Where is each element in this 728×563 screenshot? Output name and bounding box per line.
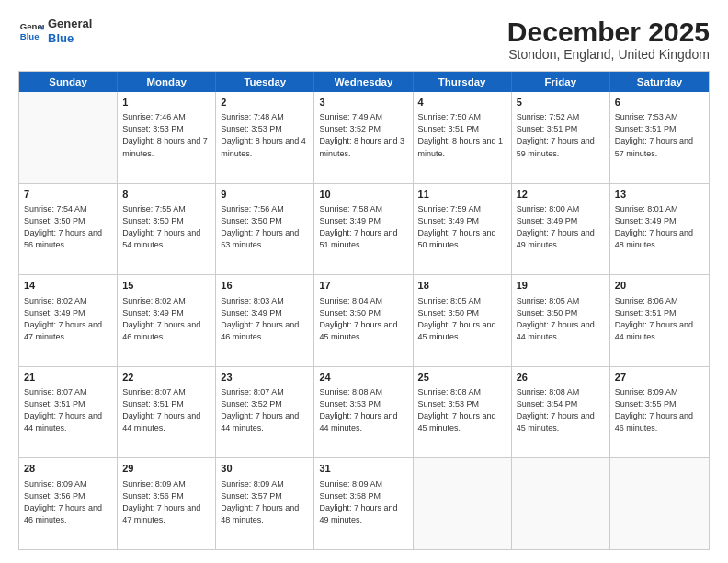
calendar-cell: 8Sunrise: 7:55 AMSunset: 3:50 PMDaylight… xyxy=(118,184,216,275)
logo: General Blue General Blue xyxy=(18,17,92,45)
header: General Blue General Blue December 2025 … xyxy=(18,17,710,62)
day-info: Sunrise: 7:49 AMSunset: 3:52 PMDaylight:… xyxy=(319,111,407,159)
calendar-header-cell: Friday xyxy=(512,72,610,92)
calendar-cell: 26Sunrise: 8:08 AMSunset: 3:54 PMDayligh… xyxy=(512,367,610,458)
day-info: Sunrise: 7:50 AMSunset: 3:51 PMDaylight:… xyxy=(418,111,506,159)
day-info: Sunrise: 8:02 AMSunset: 3:49 PMDaylight:… xyxy=(122,295,210,343)
calendar-cell: 25Sunrise: 8:08 AMSunset: 3:53 PMDayligh… xyxy=(414,367,512,458)
calendar-cell: 31Sunrise: 8:09 AMSunset: 3:58 PMDayligh… xyxy=(314,458,413,549)
day-info: Sunrise: 7:46 AMSunset: 3:53 PMDaylight:… xyxy=(122,111,210,159)
calendar-cell: 15Sunrise: 8:02 AMSunset: 3:49 PMDayligh… xyxy=(118,275,216,366)
day-number: 14 xyxy=(24,279,112,293)
day-info: Sunrise: 7:54 AMSunset: 3:50 PMDaylight:… xyxy=(24,203,112,251)
calendar-cell: 18Sunrise: 8:05 AMSunset: 3:50 PMDayligh… xyxy=(414,275,512,366)
calendar-header-row: SundayMondayTuesdayWednesdayThursdayFrid… xyxy=(19,72,709,92)
calendar-cell: 23Sunrise: 8:07 AMSunset: 3:52 PMDayligh… xyxy=(216,367,314,458)
calendar-cell: 22Sunrise: 8:07 AMSunset: 3:51 PMDayligh… xyxy=(118,367,216,458)
day-info: Sunrise: 8:07 AMSunset: 3:51 PMDaylight:… xyxy=(24,386,112,434)
day-number: 20 xyxy=(615,279,704,293)
calendar-cell: 12Sunrise: 8:00 AMSunset: 3:49 PMDayligh… xyxy=(512,184,610,275)
day-number: 8 xyxy=(122,188,210,201)
calendar-cell: 20Sunrise: 8:06 AMSunset: 3:51 PMDayligh… xyxy=(610,275,709,366)
day-info: Sunrise: 8:09 AMSunset: 3:56 PMDaylight:… xyxy=(122,478,210,526)
calendar-cell: 19Sunrise: 8:05 AMSunset: 3:50 PMDayligh… xyxy=(512,275,610,366)
calendar-cell-empty xyxy=(414,458,512,549)
title-block: December 2025 Stondon, England, United K… xyxy=(507,17,710,62)
calendar-cell: 30Sunrise: 8:09 AMSunset: 3:57 PMDayligh… xyxy=(216,458,314,549)
day-info: Sunrise: 7:59 AMSunset: 3:49 PMDaylight:… xyxy=(418,203,506,251)
day-number: 25 xyxy=(418,371,506,385)
calendar-cell: 7Sunrise: 7:54 AMSunset: 3:50 PMDaylight… xyxy=(19,184,118,275)
day-number: 31 xyxy=(319,462,407,476)
day-info: Sunrise: 7:48 AMSunset: 3:53 PMDaylight:… xyxy=(221,111,309,159)
day-number: 17 xyxy=(319,279,407,293)
day-number: 6 xyxy=(615,96,704,109)
calendar-cell: 14Sunrise: 8:02 AMSunset: 3:49 PMDayligh… xyxy=(19,275,118,366)
day-number: 27 xyxy=(615,371,704,385)
day-info: Sunrise: 8:05 AMSunset: 3:50 PMDaylight:… xyxy=(517,295,605,343)
calendar-cell: 16Sunrise: 8:03 AMSunset: 3:49 PMDayligh… xyxy=(216,275,314,366)
day-number: 5 xyxy=(517,96,605,109)
calendar-cell: 5Sunrise: 7:52 AMSunset: 3:51 PMDaylight… xyxy=(512,92,610,183)
day-number: 9 xyxy=(221,188,309,201)
day-number: 18 xyxy=(418,279,506,293)
calendar-cell: 29Sunrise: 8:09 AMSunset: 3:56 PMDayligh… xyxy=(118,458,216,549)
day-info: Sunrise: 8:07 AMSunset: 3:51 PMDaylight:… xyxy=(122,386,210,434)
day-info: Sunrise: 8:05 AMSunset: 3:50 PMDaylight:… xyxy=(418,295,506,343)
logo-text-blue: Blue xyxy=(48,31,92,46)
day-number: 7 xyxy=(24,188,112,201)
day-info: Sunrise: 7:53 AMSunset: 3:51 PMDaylight:… xyxy=(615,111,704,159)
page-subtitle: Stondon, England, United Kingdom xyxy=(507,47,710,62)
calendar-week: 7Sunrise: 7:54 AMSunset: 3:50 PMDaylight… xyxy=(19,184,709,276)
day-info: Sunrise: 8:00 AMSunset: 3:49 PMDaylight:… xyxy=(517,203,605,251)
day-info: Sunrise: 8:08 AMSunset: 3:53 PMDaylight:… xyxy=(319,386,407,434)
day-info: Sunrise: 8:01 AMSunset: 3:49 PMDaylight:… xyxy=(615,203,704,251)
day-number: 13 xyxy=(615,188,704,201)
calendar-week: 21Sunrise: 8:07 AMSunset: 3:51 PMDayligh… xyxy=(19,367,709,459)
calendar-cell: 27Sunrise: 8:09 AMSunset: 3:55 PMDayligh… xyxy=(610,367,709,458)
day-info: Sunrise: 8:09 AMSunset: 3:58 PMDaylight:… xyxy=(319,478,407,526)
calendar-cell: 21Sunrise: 8:07 AMSunset: 3:51 PMDayligh… xyxy=(19,367,118,458)
calendar-cell-empty xyxy=(19,92,118,183)
calendar-cell-empty xyxy=(512,458,610,549)
day-number: 11 xyxy=(418,188,506,201)
calendar: SundayMondayTuesdayWednesdayThursdayFrid… xyxy=(18,71,710,550)
calendar-cell: 9Sunrise: 7:56 AMSunset: 3:50 PMDaylight… xyxy=(216,184,314,275)
calendar-cell: 4Sunrise: 7:50 AMSunset: 3:51 PMDaylight… xyxy=(414,92,512,183)
calendar-cell: 6Sunrise: 7:53 AMSunset: 3:51 PMDaylight… xyxy=(610,92,709,183)
day-info: Sunrise: 7:56 AMSunset: 3:50 PMDaylight:… xyxy=(221,203,309,251)
day-number: 23 xyxy=(221,371,309,385)
calendar-cell: 10Sunrise: 7:58 AMSunset: 3:49 PMDayligh… xyxy=(314,184,413,275)
day-info: Sunrise: 8:04 AMSunset: 3:50 PMDaylight:… xyxy=(319,295,407,343)
calendar-header-cell: Wednesday xyxy=(314,72,413,92)
page-title: December 2025 xyxy=(507,17,710,47)
day-info: Sunrise: 8:09 AMSunset: 3:55 PMDaylight:… xyxy=(615,386,704,434)
calendar-cell: 2Sunrise: 7:48 AMSunset: 3:53 PMDaylight… xyxy=(216,92,314,183)
calendar-cell: 13Sunrise: 8:01 AMSunset: 3:49 PMDayligh… xyxy=(610,184,709,275)
day-info: Sunrise: 7:58 AMSunset: 3:49 PMDaylight:… xyxy=(319,203,407,251)
calendar-cell: 17Sunrise: 8:04 AMSunset: 3:50 PMDayligh… xyxy=(314,275,413,366)
day-number: 30 xyxy=(221,462,309,476)
day-number: 26 xyxy=(517,371,605,385)
calendar-week: 28Sunrise: 8:09 AMSunset: 3:56 PMDayligh… xyxy=(19,458,709,549)
day-number: 1 xyxy=(122,96,210,109)
day-number: 10 xyxy=(319,188,407,201)
day-number: 21 xyxy=(24,371,112,385)
calendar-header-cell: Thursday xyxy=(414,72,512,92)
day-info: Sunrise: 8:09 AMSunset: 3:56 PMDaylight:… xyxy=(24,478,112,526)
day-number: 19 xyxy=(517,279,605,293)
calendar-header-cell: Tuesday xyxy=(216,72,314,92)
day-number: 22 xyxy=(122,371,210,385)
calendar-header-cell: Monday xyxy=(118,72,216,92)
day-number: 15 xyxy=(122,279,210,293)
day-number: 29 xyxy=(122,462,210,476)
page: General Blue General Blue December 2025 … xyxy=(0,0,728,563)
day-info: Sunrise: 8:08 AMSunset: 3:53 PMDaylight:… xyxy=(418,386,506,434)
day-info: Sunrise: 8:08 AMSunset: 3:54 PMDaylight:… xyxy=(517,386,605,434)
calendar-header-cell: Sunday xyxy=(19,72,118,92)
calendar-week: 14Sunrise: 8:02 AMSunset: 3:49 PMDayligh… xyxy=(19,275,709,367)
day-number: 16 xyxy=(221,279,309,293)
calendar-cell-empty xyxy=(610,458,709,549)
svg-text:Blue: Blue xyxy=(20,30,40,40)
calendar-cell: 1Sunrise: 7:46 AMSunset: 3:53 PMDaylight… xyxy=(118,92,216,183)
